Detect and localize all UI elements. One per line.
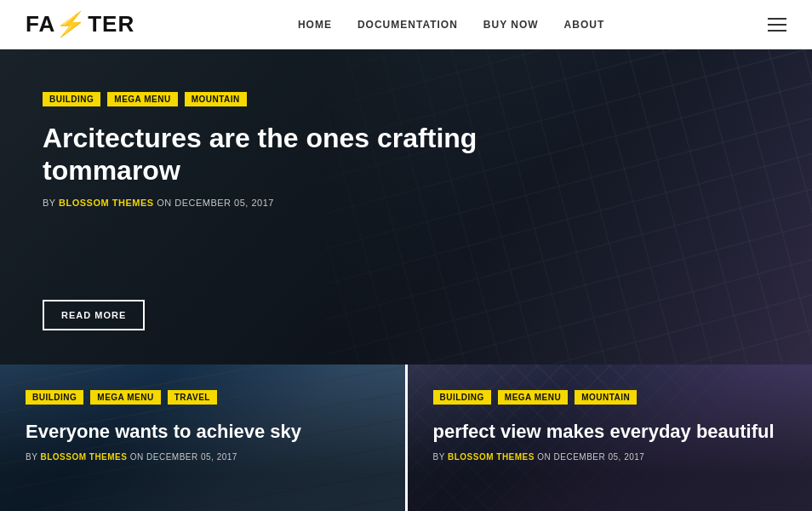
card-0-title: Everyone wants to achieve sky xyxy=(26,420,380,444)
hero-author: BLOSSOM THEMES xyxy=(59,198,154,208)
hero-content: BUILDING MEGA MENU MOUNTAIN Arcitectures… xyxy=(0,49,812,365)
hero-section: BUILDING MEGA MENU MOUNTAIN Arcitectures… xyxy=(0,49,812,365)
card-1-meta-on: ON DECEMBER 05, 2017 xyxy=(537,452,644,462)
hamburger-line-3 xyxy=(768,30,786,32)
card-0-meta-on: ON DECEMBER 05, 2017 xyxy=(130,452,237,462)
hero-meta-on: ON DECEMBER 05, 2017 xyxy=(157,198,274,208)
site-header: FA⚡TER HOME DOCUMENTATION BUY NOW ABOUT xyxy=(0,0,812,49)
hero-tag-2: MOUNTAIN xyxy=(185,92,247,106)
card-0-tag-1: MEGA MENU xyxy=(90,390,160,405)
card-1-tags: BUILDING MEGA MENU MOUNTAIN xyxy=(433,390,787,405)
hero-meta-by: BY xyxy=(43,198,55,208)
logo-prefix: FA xyxy=(26,11,55,37)
card-1: BUILDING MEGA MENU MOUNTAIN perfect view… xyxy=(408,365,813,511)
card-1-title: perfect view makes everyday beautiful xyxy=(433,420,787,444)
card-0-content: BUILDING MEGA MENU TRAVEL Everyone wants… xyxy=(0,365,405,511)
cards-row: BUILDING MEGA MENU TRAVEL Everyone wants… xyxy=(0,365,812,511)
nav-buy-now[interactable]: BUY NOW xyxy=(483,19,539,31)
hamburger-line-1 xyxy=(768,18,786,20)
hamburger-line-2 xyxy=(768,24,786,26)
card-1-meta: BY BLOSSOM THEMES ON DECEMBER 05, 2017 xyxy=(433,452,787,462)
card-0-meta: BY BLOSSOM THEMES ON DECEMBER 05, 2017 xyxy=(26,452,380,462)
card-0-tag-2: TRAVEL xyxy=(168,390,217,405)
main-nav: HOME DOCUMENTATION BUY NOW ABOUT xyxy=(298,19,604,31)
card-0-author: BLOSSOM THEMES xyxy=(40,452,127,462)
hero-tag-0: BUILDING xyxy=(43,92,100,106)
hero-meta: BY BLOSSOM THEMES ON DECEMBER 05, 2017 xyxy=(43,198,769,208)
card-0: BUILDING MEGA MENU TRAVEL Everyone wants… xyxy=(0,365,408,511)
logo-suffix: TER xyxy=(88,11,134,37)
card-1-tag-1: MEGA MENU xyxy=(498,390,568,405)
nav-documentation[interactable]: DOCUMENTATION xyxy=(357,19,458,31)
hero-tags: BUILDING MEGA MENU MOUNTAIN xyxy=(43,92,769,106)
card-0-tag-0: BUILDING xyxy=(26,390,83,405)
card-0-tags: BUILDING MEGA MENU TRAVEL xyxy=(26,390,380,405)
nav-home[interactable]: HOME xyxy=(298,19,332,31)
card-1-meta-by: BY xyxy=(433,452,445,462)
hero-read-more-button[interactable]: READ MORE xyxy=(43,300,145,330)
site-logo[interactable]: FA⚡TER xyxy=(26,10,134,38)
card-1-tag-0: BUILDING xyxy=(433,390,491,405)
hero-title: Arcitectures are the ones crafting tomma… xyxy=(43,122,553,187)
logo-bolt: ⚡ xyxy=(54,10,89,38)
hero-tag-1: MEGA MENU xyxy=(107,92,177,106)
card-1-author: BLOSSOM THEMES xyxy=(448,452,535,462)
hamburger-menu[interactable] xyxy=(768,18,786,32)
card-1-content: BUILDING MEGA MENU MOUNTAIN perfect view… xyxy=(408,365,813,511)
nav-about[interactable]: ABOUT xyxy=(564,19,605,31)
card-1-tag-2: MOUNTAIN xyxy=(575,390,637,405)
card-0-meta-by: BY xyxy=(26,452,37,462)
